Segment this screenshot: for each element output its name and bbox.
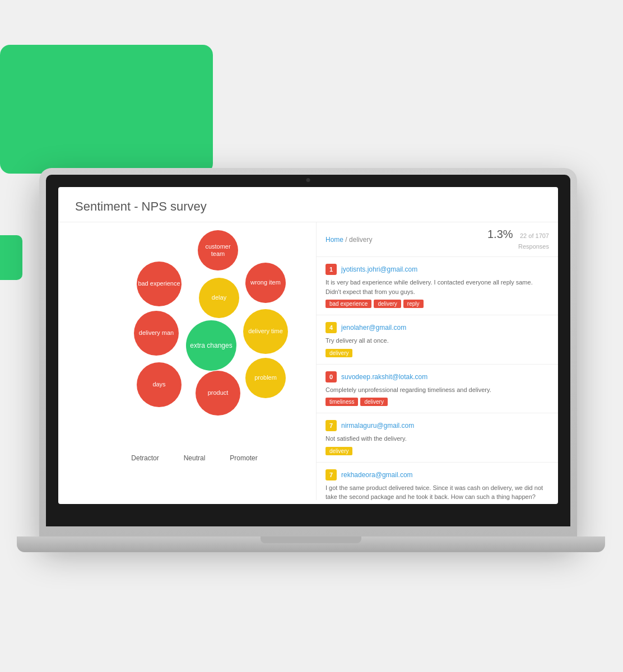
bubble-delivery-time[interactable]: delivery time xyxy=(243,309,288,354)
response-tags: bad experiencedeliveryreply xyxy=(326,300,549,308)
score-badge: 7 xyxy=(326,469,337,480)
response-item: 4jenolaher@gmail.comTry delivery all at … xyxy=(317,315,558,365)
response-list: 1jyotisnts.johri@gmail.comIt is very bad… xyxy=(317,257,558,500)
bubble-extra-changes[interactable]: extra changes xyxy=(186,320,236,371)
bubble-problem[interactable]: problem xyxy=(245,358,286,398)
tag[interactable]: reply xyxy=(403,300,424,308)
response-header: 0suvodeep.rakshit@lotak.com xyxy=(326,371,549,382)
bubble-product[interactable]: product xyxy=(196,371,240,416)
screen-content: Sentiment - NPS survey customer teambad … xyxy=(58,187,558,504)
response-text: Try delivery all at once. xyxy=(326,336,549,346)
bubble-chart: customer teambad experiencewrong itemdel… xyxy=(67,234,313,446)
respondent-email[interactable]: nirmalaguru@gmail.com xyxy=(341,422,414,430)
app-body: customer teambad experiencewrong itemdel… xyxy=(58,222,558,500)
breadcrumb-home[interactable]: Home xyxy=(326,236,343,244)
promoter-dot xyxy=(221,455,226,461)
bubble-bad-experience[interactable]: bad experience xyxy=(137,262,182,306)
response-text: I got the same product delivered twice. … xyxy=(326,483,549,501)
score-badge: 7 xyxy=(326,420,337,431)
response-tags: delivery xyxy=(326,349,549,357)
neutral-dot xyxy=(175,455,180,461)
response-text: Completely unprofessional regarding time… xyxy=(326,385,549,395)
bubble-delay[interactable]: delay xyxy=(199,278,239,318)
detractor-dot xyxy=(122,455,128,461)
camera-dot xyxy=(306,178,310,182)
breadcrumb: Home / delivery xyxy=(326,236,372,244)
response-tags: delivery xyxy=(326,447,549,455)
respondent-email[interactable]: rekhadeora@gmail.com xyxy=(341,471,413,479)
detractor-label: Detractor xyxy=(131,454,159,462)
tag[interactable]: delivery xyxy=(360,398,387,406)
bubble-days[interactable]: days xyxy=(137,362,182,407)
response-text: It is very bad experience while delivery… xyxy=(326,278,549,296)
respondent-email[interactable]: jenolaher@gmail.com xyxy=(341,324,406,332)
laptop-base xyxy=(17,536,605,552)
response-header: 7nirmalaguru@gmail.com xyxy=(326,420,549,431)
score-badge: 4 xyxy=(326,322,337,333)
legend-promoter: Promoter xyxy=(221,454,257,462)
percentage: 1.3% xyxy=(487,228,513,241)
response-item: 7nirmalaguru@gmail.comNot satisfied with… xyxy=(317,413,558,463)
legend-detractor: Detractor xyxy=(122,454,159,462)
response-item: 1jyotisnts.johri@gmail.comIt is very bad… xyxy=(317,257,558,315)
response-item: 7rekhadeora@gmail.comI got the same prod… xyxy=(317,463,558,501)
laptop-bezel: Sentiment - NPS survey customer teambad … xyxy=(46,175,570,526)
left-panel: customer teambad experiencewrong itemdel… xyxy=(58,222,316,500)
breadcrumb-current: delivery xyxy=(349,236,372,244)
tag[interactable]: delivery xyxy=(326,447,352,455)
bubble-customer-team[interactable]: customer team xyxy=(198,230,238,270)
respondent-email[interactable]: suvodeep.rakshit@lotak.com xyxy=(341,373,427,381)
tag[interactable]: bad experience xyxy=(326,300,371,308)
tag[interactable]: delivery xyxy=(326,349,352,357)
responses-count: 22 of 1707 Responses xyxy=(518,232,549,250)
response-header: 1jyotisnts.johri@gmail.com xyxy=(326,264,549,275)
score-badge: 1 xyxy=(326,264,337,275)
bubble-wrong-item[interactable]: wrong item xyxy=(245,263,286,303)
neutral-label: Neutral xyxy=(184,454,206,462)
response-text: Not satisfied with the delivery. xyxy=(326,434,549,444)
laptop-shell: Sentiment - NPS survey customer teambad … xyxy=(39,168,577,543)
right-panel: Home / delivery 1.3% 22 of 1707 Response… xyxy=(316,222,558,500)
legend: Detractor Neutral Promoter xyxy=(122,454,257,462)
right-header: Home / delivery 1.3% 22 of 1707 Response… xyxy=(317,222,558,257)
response-header: 7rekhadeora@gmail.com xyxy=(326,469,549,480)
response-item: 0suvodeep.rakshit@lotak.comCompletely un… xyxy=(317,365,558,414)
breadcrumb-separator: / xyxy=(345,236,347,244)
response-header: 4jenolaher@gmail.com xyxy=(326,322,549,333)
bubble-delivery-man[interactable]: delivery man xyxy=(134,311,179,356)
laptop-base-center xyxy=(261,536,361,543)
promoter-label: Promoter xyxy=(230,454,257,462)
count-text: 22 of 1707 xyxy=(520,232,549,239)
tag[interactable]: timeliness xyxy=(326,398,358,406)
respondent-email[interactable]: jyotisnts.johri@gmail.com xyxy=(341,265,417,273)
decorative-green-large xyxy=(0,45,213,174)
decorative-green-small xyxy=(0,235,22,280)
responses-label: Responses xyxy=(518,243,549,250)
tag[interactable]: delivery xyxy=(374,300,401,308)
page-title: Sentiment - NPS survey xyxy=(58,187,558,222)
legend-neutral: Neutral xyxy=(175,454,206,462)
response-tags: timelinessdelivery xyxy=(326,398,549,406)
stats-area: 1.3% 22 of 1707 Responses xyxy=(487,228,549,251)
score-badge: 0 xyxy=(326,371,337,382)
